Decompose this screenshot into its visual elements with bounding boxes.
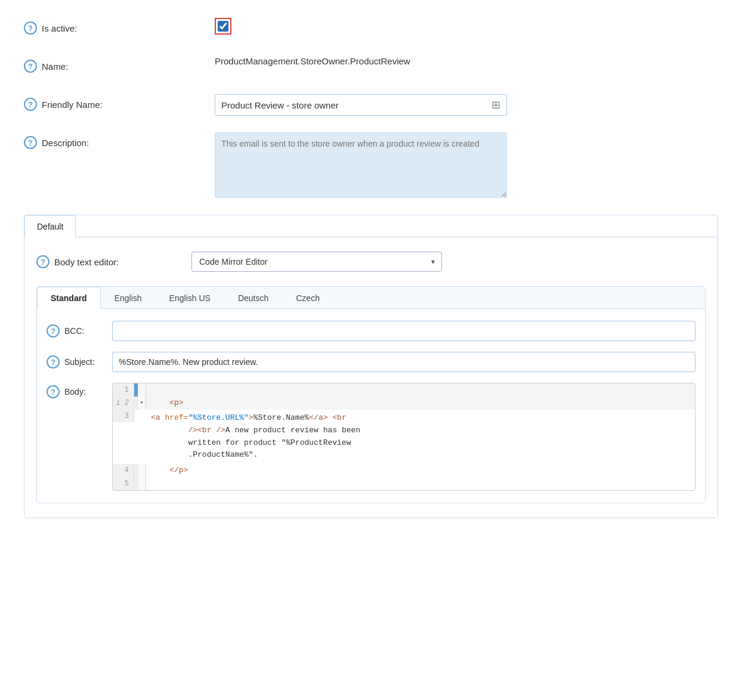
body-help-icon[interactable]: ?: [47, 385, 60, 398]
description-label: ? Description:: [24, 132, 215, 149]
name-row: ? Name: ProductManagement.StoreOwner.Pro…: [24, 56, 718, 78]
outer-tab-content: ? Body text editor: Code Mirror Editor R…: [24, 237, 718, 518]
bcc-label: ? BCC:: [47, 324, 112, 337]
description-textarea[interactable]: [215, 132, 507, 198]
tab-standard[interactable]: Standard: [37, 287, 101, 309]
friendly-name-input[interactable]: [215, 95, 486, 115]
friendly-name-row: ? Friendly Name: ⊞: [24, 94, 718, 116]
name-value: ProductManagement.StoreOwner.ProductRevi…: [215, 56, 718, 66]
inner-tab-content: ? BCC: ? Subject:: [37, 309, 705, 503]
outer-tab-header: Default: [24, 215, 718, 237]
subject-input[interactable]: [112, 352, 695, 372]
tab-czech[interactable]: Czech: [282, 287, 333, 309]
bcc-row: ? BCC:: [47, 321, 695, 341]
code-line-2: i 2 ▾ <p>: [113, 397, 695, 410]
editor-select-wrapper: Code Mirror Editor Rich Text Editor Sour…: [191, 252, 442, 272]
is-active-row: ? Is active:: [24, 18, 718, 39]
subject-row: ? Subject:: [47, 352, 695, 372]
grid-icon[interactable]: ⊞: [486, 95, 506, 115]
name-help-icon[interactable]: ?: [24, 60, 37, 73]
description-row: ? Description:: [24, 132, 718, 198]
code-line-4: 4 </p>: [113, 464, 695, 477]
is-active-value: [215, 18, 718, 35]
description-help-icon[interactable]: ?: [24, 136, 37, 149]
outer-tab-section: Default ? Body text editor: Code Mirror …: [24, 215, 718, 518]
tab-default[interactable]: Default: [24, 215, 76, 237]
inner-tab-section: Standard English English US Deutsch Czec…: [36, 286, 706, 503]
friendly-name-help-icon[interactable]: ?: [24, 98, 37, 111]
body-row: ? Body: 1: [47, 383, 695, 491]
body-editor-help-icon[interactable]: ?: [36, 255, 50, 268]
bcc-input[interactable]: [112, 321, 695, 341]
subject-label: ? Subject:: [47, 355, 112, 368]
is-active-label: ? Is active:: [24, 18, 215, 35]
tab-deutsch[interactable]: Deutsch: [224, 287, 282, 309]
subject-help-icon[interactable]: ?: [47, 355, 60, 368]
code-editor[interactable]: 1 i 2 ▾ <p>: [112, 383, 695, 491]
tab-english-us[interactable]: English US: [156, 287, 224, 309]
is-active-checkbox-wrapper[interactable]: [215, 18, 231, 35]
body-text-editor-row: ? Body text editor: Code Mirror Editor R…: [36, 252, 706, 272]
body-editor-select[interactable]: Code Mirror Editor Rich Text Editor Sour…: [191, 252, 442, 272]
name-label: ? Name:: [24, 56, 215, 73]
tab-english[interactable]: English: [101, 287, 156, 309]
friendly-name-input-wrapper: ⊞: [215, 94, 507, 116]
code-line-3: 3 <a href="%Store.URL%">%Store.Name%</a>…: [113, 410, 695, 464]
body-label: ? Body:: [47, 383, 112, 398]
code-line-1: 1: [113, 383, 695, 397]
is-active-checkbox[interactable]: [218, 21, 228, 32]
friendly-name-label: ? Friendly Name:: [24, 94, 215, 111]
description-value: [215, 132, 718, 198]
is-active-help-icon[interactable]: ?: [24, 21, 37, 35]
body-text-editor-label: ? Body text editor:: [36, 255, 191, 268]
code-line-5: 5: [113, 477, 695, 490]
bcc-help-icon[interactable]: ?: [47, 324, 60, 337]
inner-tab-header: Standard English English US Deutsch Czec…: [37, 287, 705, 309]
friendly-name-value: ⊞: [215, 94, 718, 116]
